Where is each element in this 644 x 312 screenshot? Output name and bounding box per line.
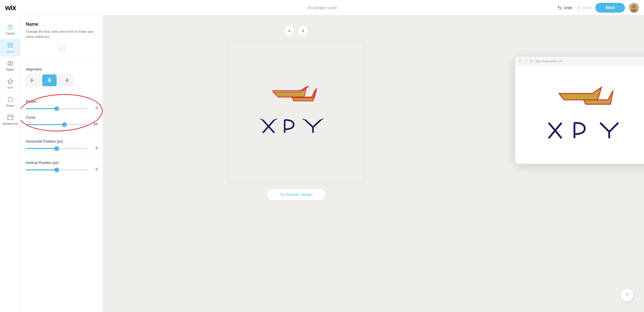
- main-layout: Palette Name Tagline: [0, 0, 644, 312]
- redo-button[interactable]: Redo: [577, 5, 591, 10]
- back-icon: [518, 59, 522, 63]
- panel-description: Change the font, color and more to make …: [26, 29, 98, 39]
- align-center-button[interactable]: [42, 74, 57, 86]
- align-center-icon: [47, 77, 52, 83]
- background-icon: [7, 114, 13, 120]
- try-another-button[interactable]: Try Another Design: [267, 188, 326, 201]
- scroll-indicator: [58, 45, 65, 53]
- undo-button[interactable]: Undo: [557, 5, 572, 10]
- horizontal-position-slider[interactable]: [26, 148, 87, 149]
- help-icon: ?: [625, 292, 628, 298]
- vertical-position-section: Vertical Position (px) 0: [26, 161, 98, 171]
- svg-line-40: [260, 119, 263, 120]
- header: wix All changes saved Undo Redo Next: [0, 0, 644, 15]
- horizontal-position-value: 0: [90, 146, 98, 150]
- help-button[interactable]: ?: [620, 288, 634, 302]
- preview-logo-graphic: [556, 86, 623, 114]
- palette-icon: [7, 24, 13, 30]
- rotate-section: Rotate 0: [26, 99, 98, 110]
- rotate-slider[interactable]: [26, 108, 87, 109]
- undo-icon: [557, 5, 562, 10]
- svg-marker-32: [273, 87, 307, 97]
- header-left: wix: [5, 4, 16, 12]
- vertical-position-slider[interactable]: [26, 169, 87, 170]
- chevron-right-icon: [301, 29, 305, 33]
- prev-arrow-button[interactable]: [284, 26, 295, 36]
- preview-text-svg: [546, 120, 634, 141]
- align-right-button[interactable]: [59, 74, 73, 86]
- rotate-value: 0: [90, 106, 98, 110]
- align-right-icon: [63, 77, 69, 83]
- vertical-position-value: 0: [90, 167, 98, 171]
- rotate-curve-section: Rotate 0 Curve 64: [26, 97, 98, 129]
- svg-point-3: [9, 27, 9, 28]
- svg-line-37: [305, 120, 313, 127]
- name-icon: [7, 42, 13, 48]
- curve-slider-wrap: [26, 122, 87, 126]
- avatar[interactable]: [629, 3, 639, 13]
- shape-label: Shape: [6, 104, 14, 107]
- vertical-position-row: 0: [26, 167, 98, 171]
- alignment-buttons: [26, 74, 98, 86]
- align-left-icon: [30, 77, 36, 83]
- next-arrow-button[interactable]: [298, 26, 308, 36]
- sidebar-icons: Palette Name Tagline: [0, 15, 21, 312]
- svg-point-1: [632, 5, 636, 8]
- browser-content: [515, 66, 644, 164]
- right-preview: https://www.mysite.com: [489, 15, 644, 312]
- left-panel: Name Change the font, color and more to …: [21, 15, 103, 312]
- svg-line-38: [313, 120, 321, 127]
- tagline-label: Tagline: [6, 68, 15, 71]
- svg-rect-31: [68, 79, 68, 82]
- sidebar-item-icon[interactable]: Icon: [0, 75, 21, 93]
- svg-rect-17: [8, 115, 13, 120]
- browser-bar: https://www.mysite.com: [515, 57, 644, 66]
- undo-redo-group: Undo Redo: [557, 5, 591, 10]
- header-right: Undo Redo Next: [557, 3, 639, 13]
- browser-url: https://www.mysite.com: [535, 60, 562, 63]
- horizontal-position-label: Horizontal Position (px): [26, 139, 98, 143]
- background-label: Background: [3, 122, 18, 125]
- tagline-icon: [7, 60, 13, 66]
- chevron-left-icon: [287, 29, 292, 33]
- rotate-slider-wrap: [26, 106, 87, 110]
- svg-rect-23: [31, 79, 31, 82]
- svg-line-43: [303, 119, 305, 120]
- horizontal-position-slider-wrap: [26, 145, 87, 150]
- next-button[interactable]: Next: [595, 3, 625, 13]
- curve-slider[interactable]: [26, 124, 87, 125]
- logo-card: [229, 42, 363, 181]
- svg-point-6: [11, 27, 12, 28]
- svg-line-41: [274, 119, 277, 120]
- icon-icon: [7, 78, 13, 84]
- align-left-button[interactable]: [26, 74, 40, 86]
- redo-label: Redo: [583, 6, 591, 10]
- sidebar-item-tagline[interactable]: Tagline: [0, 57, 21, 75]
- refresh-icon: [530, 59, 533, 63]
- browser-mockup: https://www.mysite.com: [515, 57, 644, 164]
- save-status: All changes saved: [307, 6, 337, 10]
- svg-marker-44: [559, 87, 601, 100]
- curve-section: Curve 64: [26, 115, 98, 126]
- sidebar-item-name[interactable]: Name: [0, 39, 21, 57]
- vertical-position-label: Vertical Position (px): [26, 161, 98, 165]
- divider-1: [26, 62, 98, 62]
- svg-point-4: [9, 26, 10, 27]
- divider-3: [26, 134, 98, 134]
- palette-label: Palette: [6, 32, 14, 35]
- wix-logo: wix: [5, 4, 16, 12]
- sidebar-item-shape[interactable]: Shape: [0, 93, 21, 111]
- divider-4: [26, 155, 98, 155]
- logo-text: [260, 117, 332, 138]
- undo-label: Undo: [564, 6, 572, 10]
- curve-label: Curve: [26, 115, 98, 119]
- rotate-slider-row: 0: [26, 106, 98, 110]
- preview-logo-text: [546, 120, 634, 144]
- logo-text-svg: [260, 117, 332, 135]
- forward-icon: [524, 59, 528, 63]
- panel-title: Name: [26, 22, 98, 27]
- logo-svg: [270, 85, 322, 109]
- sidebar-item-palette[interactable]: Palette: [0, 21, 21, 39]
- horizontal-position-row: 0: [26, 145, 98, 150]
- sidebar-item-background[interactable]: Background: [0, 111, 21, 129]
